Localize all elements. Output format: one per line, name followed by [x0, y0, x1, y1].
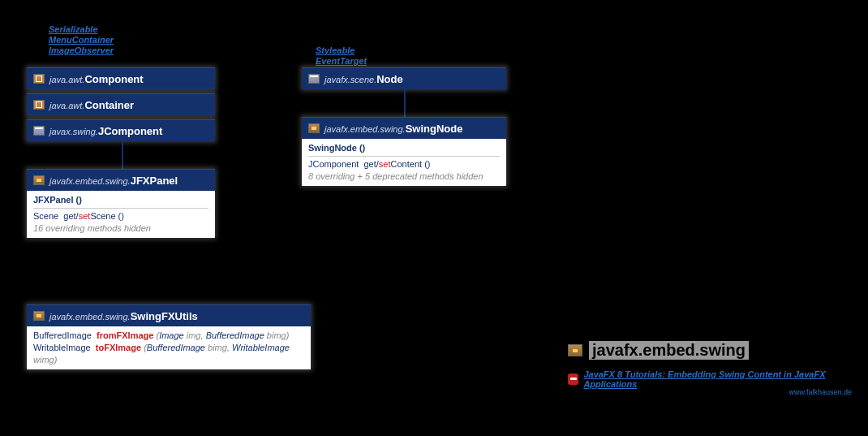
- class-jcomponent[interactable]: javax.swing.JComponent: [27, 119, 215, 141]
- package-title: javafx.embed.swing: [568, 341, 749, 360]
- interface-link[interactable]: ImageObserver: [49, 45, 114, 56]
- method-row: Scene get/setScene (): [33, 210, 208, 222]
- credit-link[interactable]: www.falkhausen.de: [789, 388, 852, 396]
- class-jfxpanel[interactable]: javafx.embed.swing.JFXPanel JFXPanel () …: [27, 169, 215, 238]
- class-body: JFXPanel () Scene get/setScene () 16 ove…: [27, 191, 215, 238]
- class-header: javafx.embed.swing.SwingNode: [302, 117, 506, 139]
- class-header: javafx.embed.swing.JFXPanel: [27, 169, 215, 191]
- class-header: java.awt.Container: [27, 93, 215, 115]
- class-icon: [33, 311, 45, 321]
- method-row: JComponent get/setContent (): [308, 158, 500, 171]
- interface-link[interactable]: Serializable: [49, 24, 114, 35]
- left-interfaces: Serializable MenuContainer ImageObserver: [49, 24, 114, 56]
- class-icon: [33, 175, 45, 185]
- connector: [122, 138, 123, 169]
- abstract-class-icon: [33, 74, 45, 84]
- class-container[interactable]: java.awt.Container: [27, 93, 215, 115]
- class-header: java.awt.Component: [27, 67, 215, 89]
- class-swingfxutils[interactable]: javafx.embed.swing.SwingFXUtils Buffered…: [27, 304, 311, 369]
- class-swingnode[interactable]: javafx.embed.swing.SwingNode SwingNode (…: [302, 117, 506, 186]
- interface-link[interactable]: Styleable: [316, 45, 367, 56]
- constructor: SwingNode (): [308, 142, 500, 157]
- interface-link[interactable]: MenuContainer: [49, 35, 114, 45]
- interface-link[interactable]: EventTarget: [316, 56, 367, 67]
- class-icon: [308, 123, 320, 133]
- tutorial-link-row: JavaFX 8 Tutorials: Embedding Swing Cont…: [568, 369, 868, 389]
- gui-class-icon: [308, 74, 320, 84]
- class-body: BufferedImage fromFXImage (Image img, Bu…: [27, 326, 311, 369]
- hidden-methods-note: 16 overriding methods hidden: [33, 222, 208, 235]
- hidden-methods-note: 8 overriding + 5 deprecated methods hidd…: [308, 171, 500, 183]
- method-row: WritableImage toFXImage (BufferedImage b…: [33, 342, 304, 366]
- oracle-icon: [568, 373, 578, 385]
- class-header: javax.swing.JComponent: [27, 119, 215, 141]
- gui-class-icon: [33, 126, 45, 136]
- abstract-class-icon: [33, 100, 45, 110]
- right-interfaces: Styleable EventTarget: [316, 45, 367, 67]
- tutorial-link[interactable]: JavaFX 8 Tutorials: Embedding Swing Cont…: [583, 369, 868, 389]
- class-body: SwingNode () JComponent get/setContent (…: [302, 139, 506, 186]
- connector: [404, 86, 406, 117]
- constructor: JFXPanel (): [33, 194, 208, 209]
- method-row: BufferedImage fromFXImage (Image img, Bu…: [33, 330, 304, 342]
- class-component[interactable]: java.awt.Component: [27, 67, 215, 89]
- package-icon: [568, 344, 582, 356]
- class-header: javafx.embed.swing.SwingFXUtils: [27, 304, 311, 326]
